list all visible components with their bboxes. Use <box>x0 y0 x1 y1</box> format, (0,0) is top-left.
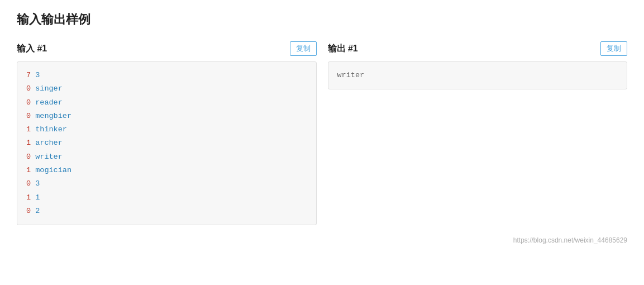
word-2: singer <box>35 84 63 93</box>
num-7: 0 <box>26 153 31 161</box>
output-section: 输出 #1 复制 writer <box>328 41 628 89</box>
input-line-6: 1 archer <box>26 136 307 150</box>
input-line-7: 0 writer <box>26 150 307 164</box>
input-line-3: 0 reader <box>26 96 307 110</box>
input-line-9: 0 3 <box>26 177 307 191</box>
num-1: 7 <box>26 71 31 79</box>
num-10: 1 <box>26 193 31 202</box>
input-line-8: 1 mogician <box>26 164 307 177</box>
input-line-1: 7 3 <box>26 69 307 82</box>
num-3: 0 <box>26 98 31 107</box>
input-line-5: 1 thinker <box>26 123 307 136</box>
input-line-10: 1 1 <box>26 191 307 205</box>
num-2: 0 <box>26 84 31 93</box>
num-11: 0 <box>26 207 31 215</box>
input-section: 输入 #1 复制 7 3 0 singer 0 reader 0 mengbie… <box>17 41 317 225</box>
io-container: 输入 #1 复制 7 3 0 singer 0 reader 0 mengbie… <box>17 41 627 225</box>
input-line-4: 0 mengbier <box>26 110 307 123</box>
input-line-11: 0 2 <box>26 205 307 218</box>
word-5: thinker <box>35 125 67 134</box>
input-section-header: 输入 #1 复制 <box>17 41 317 56</box>
word-10: 1 <box>35 193 40 202</box>
input-code-box: 7 3 0 singer 0 reader 0 mengbier 1 think… <box>17 61 317 225</box>
input-copy-button[interactable]: 复制 <box>290 41 317 56</box>
num-8: 1 <box>26 166 31 174</box>
page-title: 输入输出样例 <box>17 11 627 28</box>
word-1: 3 <box>35 71 40 79</box>
output-copy-button[interactable]: 复制 <box>600 41 627 56</box>
output-code-box: writer <box>328 61 628 89</box>
output-content: writer <box>337 71 365 79</box>
word-4: mengbier <box>35 112 71 120</box>
output-section-header: 输出 #1 复制 <box>328 41 628 56</box>
input-line-2: 0 singer <box>26 82 307 96</box>
num-6: 1 <box>26 139 31 147</box>
word-3: reader <box>35 98 63 107</box>
input-label: 输入 #1 <box>17 43 47 55</box>
num-5: 1 <box>26 125 31 134</box>
word-6: archer <box>35 139 63 147</box>
num-4: 0 <box>26 112 31 120</box>
num-9: 0 <box>26 179 31 188</box>
word-9: 3 <box>35 179 40 188</box>
output-label: 输出 #1 <box>328 43 358 55</box>
word-8: mogician <box>35 166 71 174</box>
footer-url: https://blog.csdn.net/weixin_44685629 <box>17 236 627 244</box>
word-7: writer <box>35 153 63 161</box>
word-11: 2 <box>35 207 40 215</box>
